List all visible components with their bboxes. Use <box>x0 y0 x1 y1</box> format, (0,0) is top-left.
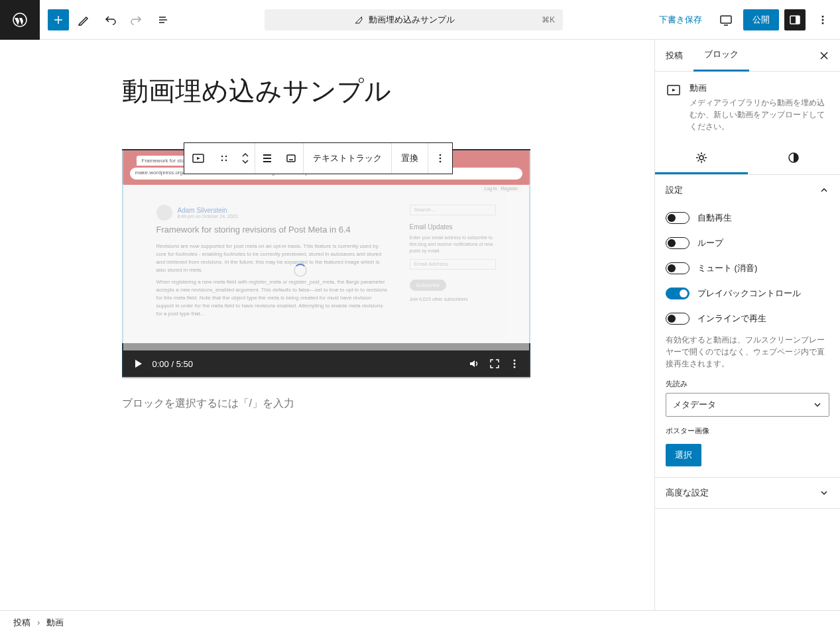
inline-toggle[interactable] <box>666 313 690 325</box>
preview-para-2: When registering a new meta field with r… <box>156 278 390 318</box>
autoplay-label: 自動再生 <box>697 212 732 224</box>
topbar-left <box>5 0 175 40</box>
play-icon[interactable] <box>133 358 143 369</box>
autoplay-toggle[interactable] <box>666 212 690 224</box>
preview-button[interactable] <box>714 8 738 32</box>
advanced-panel-header[interactable]: 高度な設定 <box>655 478 840 508</box>
svg-rect-12 <box>287 155 295 162</box>
caption-icon <box>285 152 297 164</box>
block-breadcrumb: 投稿 › 動画 <box>0 610 840 634</box>
block-info-title: 動画 <box>690 82 829 94</box>
video-time: 0:00 / 5:50 <box>152 359 193 369</box>
drag-icon <box>219 154 229 163</box>
settings-sidebar-toggle[interactable] <box>784 9 806 30</box>
sidebar-icon <box>788 13 802 26</box>
chevron-up-icon <box>819 185 829 195</box>
pencil-icon <box>77 13 90 26</box>
settings-panel-title: 設定 <box>666 184 683 196</box>
author-meta: 8:49 pm on October 24, 2023 <box>178 214 238 219</box>
video-block[interactable]: Framework for storing revisi... register… <box>122 149 530 378</box>
undo-icon <box>103 13 117 26</box>
preview-side-heading: Email Updates <box>410 223 496 231</box>
wp-logo[interactable] <box>0 0 40 40</box>
options-button[interactable] <box>811 8 835 32</box>
poster-select-button[interactable]: 選択 <box>666 444 701 466</box>
svg-point-8 <box>221 156 222 157</box>
svg-point-20 <box>699 156 703 160</box>
drag-handle[interactable] <box>212 143 236 174</box>
breadcrumb-current[interactable]: 動画 <box>46 617 64 629</box>
svg-point-17 <box>513 363 515 365</box>
undo-button[interactable] <box>98 8 122 32</box>
align-button[interactable] <box>255 143 279 174</box>
loop-toggle[interactable] <box>666 237 690 249</box>
move-up-icon[interactable] <box>241 152 249 158</box>
feather-icon <box>354 15 363 25</box>
breadcrumb-root[interactable]: 投稿 <box>13 617 30 629</box>
document-title-bar[interactable]: 動画埋め込みサンプル ⌘K <box>265 9 563 30</box>
svg-point-5 <box>822 19 824 21</box>
subtab-styles[interactable] <box>748 143 841 174</box>
playback-label: プレイバックコントロール <box>697 288 801 299</box>
preload-select[interactable]: メタデータ <box>666 393 829 417</box>
gear-icon <box>695 151 708 164</box>
plus-icon <box>52 13 65 26</box>
preview-para-1: Revisions are now supported for post met… <box>156 242 390 274</box>
text-track-button[interactable]: テキストトラック <box>304 143 391 174</box>
video-controls[interactable]: 0:00 / 5:50 <box>123 350 529 377</box>
author-name: Adam Silverstein <box>178 207 238 214</box>
advanced-panel-title: 高度な設定 <box>666 487 709 499</box>
svg-point-14 <box>439 158 441 160</box>
subtab-settings[interactable] <box>655 143 748 174</box>
svg-point-9 <box>225 156 226 157</box>
more-vertical-icon[interactable] <box>509 358 520 369</box>
tab-block[interactable]: ブロック <box>693 40 749 72</box>
save-draft-button[interactable]: 下書き保存 <box>652 10 709 30</box>
svg-point-11 <box>225 160 226 161</box>
align-icon <box>261 152 273 164</box>
settings-panel-header[interactable]: 設定 <box>655 175 840 205</box>
more-vertical-icon <box>434 152 446 164</box>
block-info: 動画 メディアライブラリから動画を埋め込むか、新しい動画をアップロードしてくださ… <box>655 72 840 143</box>
wordpress-icon <box>12 12 28 28</box>
video-icon <box>666 82 682 98</box>
caption-button[interactable] <box>279 143 303 174</box>
inline-help: 有効化すると動画は、フルスクリーンプレーヤーで開くのではなく、ウェブページ内で直… <box>666 334 829 370</box>
fullscreen-icon[interactable] <box>489 358 500 369</box>
preview-followers: Join 6,015 other subscribers <box>410 296 496 303</box>
svg-rect-1 <box>721 16 731 23</box>
preview-side-text: Enter your email address to subscribe to… <box>410 235 496 254</box>
document-title: 動画埋め込みサンプル <box>369 14 455 26</box>
close-sidebar-button[interactable] <box>808 50 840 61</box>
poster-label: ポスター画像 <box>666 426 829 436</box>
replace-button[interactable]: 置換 <box>392 143 428 174</box>
preview-search: Search ... <box>410 205 496 215</box>
tools-button[interactable] <box>72 8 95 32</box>
chevron-down-icon <box>819 488 829 498</box>
svg-rect-3 <box>796 16 800 24</box>
avatar <box>156 205 172 221</box>
topbar-center: 動画埋め込みサンプル ⌘K <box>175 9 652 30</box>
tab-post[interactable]: 投稿 <box>655 40 693 71</box>
move-down-icon[interactable] <box>241 159 249 164</box>
publish-button[interactable]: 公開 <box>743 9 779 30</box>
document-outline-button[interactable] <box>151 8 175 32</box>
add-block-button[interactable] <box>48 9 69 30</box>
settings-sidebar: 投稿 ブロック 動画 メディアライブラリから動画を埋め込むか、新しい動画をアップ… <box>654 40 840 610</box>
more-vertical-icon <box>816 13 829 26</box>
svg-point-4 <box>822 15 824 17</box>
svg-point-16 <box>513 360 515 362</box>
block-type-button[interactable] <box>184 143 212 174</box>
redo-button[interactable] <box>125 8 149 32</box>
block-toolbar: テキストトラック 置換 <box>184 142 453 174</box>
preview-subscribe: Subscribe <box>410 280 447 291</box>
muted-toggle[interactable] <box>666 262 690 274</box>
editor-canvas[interactable]: 動画埋め込みサンプル <box>0 40 654 610</box>
volume-icon[interactable] <box>468 358 480 370</box>
post-title[interactable]: 動画埋め込みサンプル <box>122 73 533 109</box>
block-more-button[interactable] <box>428 143 452 174</box>
playback-toggle[interactable] <box>666 288 690 299</box>
chevron-down-icon <box>813 400 822 409</box>
block-appender[interactable]: ブロックを選択するには「/」を入力 <box>122 397 533 411</box>
breadcrumb-sep: › <box>37 617 40 627</box>
